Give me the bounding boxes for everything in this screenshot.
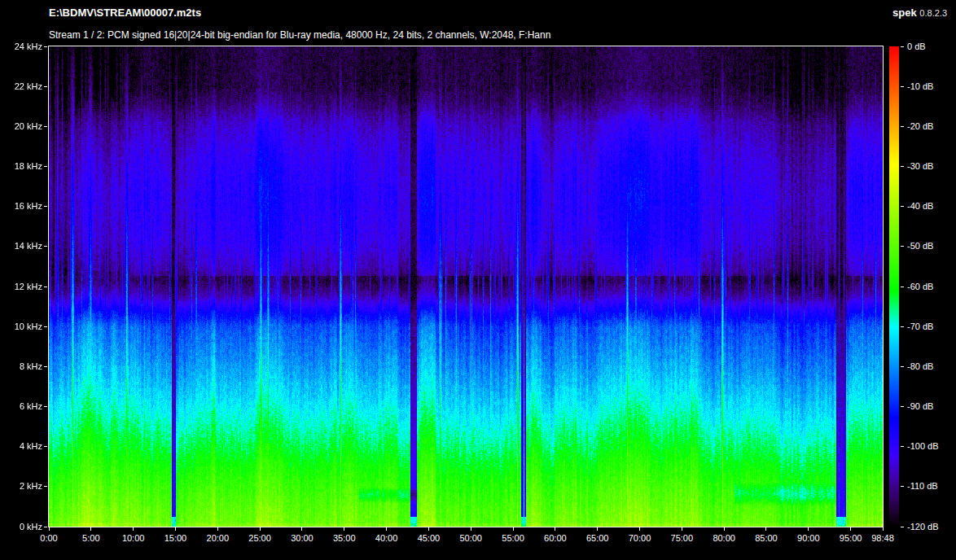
db-tick: [901, 326, 904, 327]
db-tick: [901, 166, 904, 167]
freq-tick: [44, 126, 47, 127]
time-tick: [49, 527, 50, 531]
db-tick: [901, 287, 904, 287]
time-tick: [850, 527, 851, 531]
freq-tick: [44, 206, 47, 207]
db-tick-label: -50 dB: [907, 241, 953, 252]
time-tick: [682, 527, 682, 531]
freq-tick-label: 2 kHz: [0, 481, 42, 492]
freq-tick: [44, 246, 47, 247]
freq-tick-label: 4 kHz: [0, 441, 42, 452]
freq-tick-label: 10 kHz: [0, 322, 42, 332]
time-tick: [133, 527, 134, 531]
stream-info: Stream 1 / 2: PCM signed 16|20|24-bit bi…: [49, 29, 550, 41]
db-tick-label: -30 dB: [907, 161, 953, 172]
db-tick-label: -40 dB: [907, 201, 953, 212]
freq-tick-label: 0 kHz: [0, 522, 42, 532]
db-tick-label: -120 dB: [907, 522, 953, 532]
db-tick: [901, 86, 904, 87]
freq-tick: [44, 446, 47, 447]
time-tick: [724, 527, 725, 531]
db-tick-label: -90 dB: [907, 401, 953, 412]
time-tick-label: 98:48: [858, 533, 907, 544]
spectrogram-canvas: [49, 46, 883, 527]
freq-tick: [44, 326, 47, 327]
freq-tick: [44, 527, 47, 527]
db-colorbar: [889, 46, 899, 527]
time-tick: [883, 527, 884, 531]
freq-tick-label: 24 kHz: [0, 42, 42, 52]
freq-tick-label: 12 kHz: [0, 282, 42, 292]
freq-tick-label: 8 kHz: [0, 361, 42, 372]
file-title: E:\BDMV\STREAM\00007.m2ts: [49, 7, 201, 19]
freq-tick-label: 16 kHz: [0, 201, 42, 212]
time-tick: [428, 527, 429, 531]
app-name: spek: [892, 7, 917, 19]
freq-tick: [44, 366, 47, 367]
time-tick: [471, 527, 471, 531]
time-tick: [555, 527, 555, 531]
time-tick: [386, 527, 387, 531]
time-tick: [90, 527, 91, 531]
db-tick-label: -110 dB: [907, 481, 953, 492]
freq-tick-label: 22 kHz: [0, 81, 42, 92]
freq-tick: [44, 406, 47, 407]
spek-window: E:\BDMV\STREAM\00007.m2ts spek 0.8.2.3 S…: [0, 0, 956, 560]
freq-tick: [44, 287, 47, 287]
app-brand: spek 0.8.2.3: [892, 7, 947, 19]
freq-tick: [44, 86, 47, 87]
db-tick: [901, 486, 904, 487]
db-tick: [901, 527, 904, 527]
time-tick: [513, 527, 514, 531]
freq-tick-label: 14 kHz: [0, 241, 42, 252]
time-tick: [301, 527, 302, 531]
time-tick: [344, 527, 344, 531]
db-tick-label: -80 dB: [907, 361, 953, 372]
freq-tick: [44, 166, 47, 167]
db-tick: [901, 206, 904, 207]
db-tick-label: -70 dB: [907, 322, 953, 332]
db-tick: [901, 46, 904, 47]
freq-tick-label: 18 kHz: [0, 161, 42, 172]
db-tick-label: -100 dB: [907, 441, 953, 452]
freq-tick-label: 6 kHz: [0, 401, 42, 412]
db-tick-label: 0 dB: [907, 42, 953, 52]
spectrogram-plot: [49, 46, 883, 527]
db-tick-label: -60 dB: [907, 282, 953, 292]
time-tick: [260, 527, 261, 531]
time-tick: [765, 527, 766, 531]
time-tick: [597, 527, 598, 531]
db-tick: [901, 406, 904, 407]
app-version: 0.8.2.3: [919, 8, 947, 18]
time-tick: [808, 527, 809, 531]
time-tick: [217, 527, 218, 531]
freq-tick-label: 20 kHz: [0, 121, 42, 132]
db-tick: [901, 366, 904, 367]
db-tick-label: -20 dB: [907, 121, 953, 132]
freq-tick: [44, 486, 47, 487]
db-tick-label: -10 dB: [907, 81, 953, 92]
db-tick: [901, 126, 904, 127]
freq-tick: [44, 46, 47, 47]
db-tick: [901, 246, 904, 247]
time-tick: [175, 527, 176, 531]
db-tick: [901, 446, 904, 447]
time-tick: [639, 527, 640, 531]
